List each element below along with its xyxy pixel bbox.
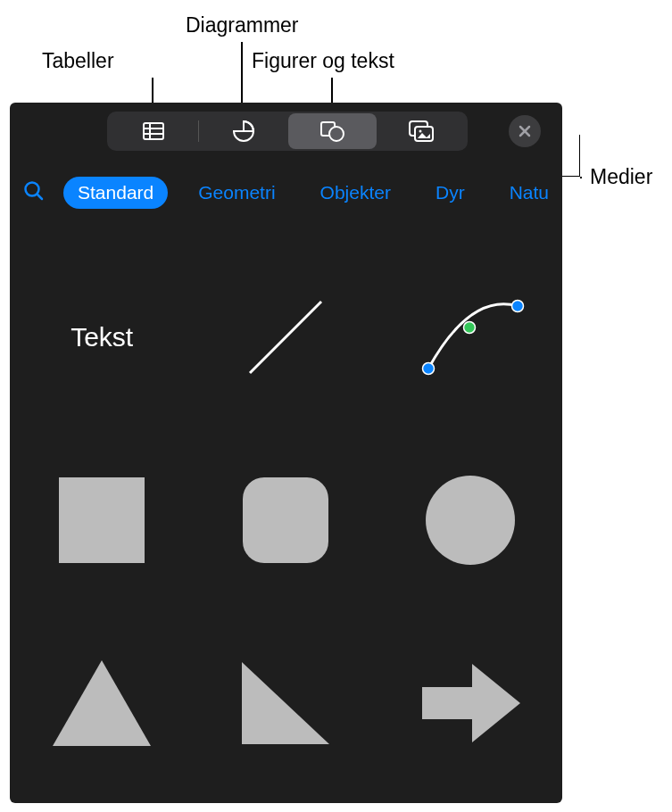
svg-line-14 (250, 302, 321, 373)
shape-line[interactable] (194, 245, 377, 428)
square-icon (53, 471, 151, 569)
category-standard[interactable]: Standard (63, 177, 168, 209)
svg-rect-19 (243, 477, 328, 563)
svg-marker-21 (53, 660, 151, 746)
category-animals[interactable]: Dyr (421, 177, 479, 209)
callout-tables: Tabeller (42, 49, 114, 73)
svg-point-16 (463, 321, 475, 333)
search-icon (22, 179, 46, 203)
callout-line (580, 177, 582, 178)
svg-marker-23 (422, 664, 520, 742)
right-triangle-icon (236, 659, 335, 748)
svg-point-15 (422, 362, 434, 374)
svg-point-20 (426, 476, 515, 565)
shapes-grid: Tekst (10, 245, 562, 794)
arrow-icon (417, 659, 524, 748)
insert-panel: Standard Geometri Objekter Dyr Natu Teks… (10, 103, 562, 803)
line-icon (236, 288, 335, 386)
tab-shapes[interactable] (288, 113, 377, 149)
svg-point-9 (419, 130, 422, 133)
shape-arrow[interactable] (378, 611, 562, 794)
category-objects[interactable]: Objekter (306, 177, 405, 209)
close-button[interactable] (509, 115, 541, 147)
chart-icon (231, 119, 256, 144)
svg-point-17 (511, 300, 523, 311)
shape-triangle[interactable] (10, 611, 194, 794)
shape-text[interactable]: Tekst (10, 245, 194, 428)
insert-type-selector (107, 112, 468, 151)
shape-curve[interactable] (378, 245, 562, 428)
circle-icon (421, 471, 519, 569)
svg-point-6 (329, 127, 344, 141)
shape-circle[interactable] (378, 428, 562, 611)
media-icon (407, 119, 436, 144)
tab-media[interactable] (377, 113, 466, 149)
curve-icon (412, 288, 528, 386)
svg-line-13 (37, 195, 42, 199)
table-icon (141, 119, 166, 144)
close-icon (518, 124, 532, 138)
svg-marker-22 (242, 662, 329, 744)
category-geometry[interactable]: Geometri (184, 177, 289, 209)
tab-charts[interactable] (199, 113, 288, 149)
rounded-square-icon (236, 471, 335, 569)
text-shape-label: Tekst (71, 322, 133, 352)
shape-rounded-square[interactable] (194, 428, 377, 611)
category-nature[interactable]: Natu (495, 177, 562, 209)
svg-rect-18 (59, 477, 145, 563)
search-button[interactable] (22, 179, 46, 206)
callout-shapes-text: Figurer og tekst (252, 49, 394, 73)
category-bar: Standard Geometri Objekter Dyr Natu (10, 170, 562, 215)
callout-charts: Diagrammer (186, 13, 299, 37)
callout-media: Medier (590, 165, 652, 189)
shapes-icon (318, 119, 346, 144)
triangle-icon (49, 657, 154, 750)
svg-rect-0 (144, 123, 163, 139)
shape-square[interactable] (10, 428, 194, 611)
shape-right-triangle[interactable] (194, 611, 377, 794)
tab-tables[interactable] (109, 113, 198, 149)
